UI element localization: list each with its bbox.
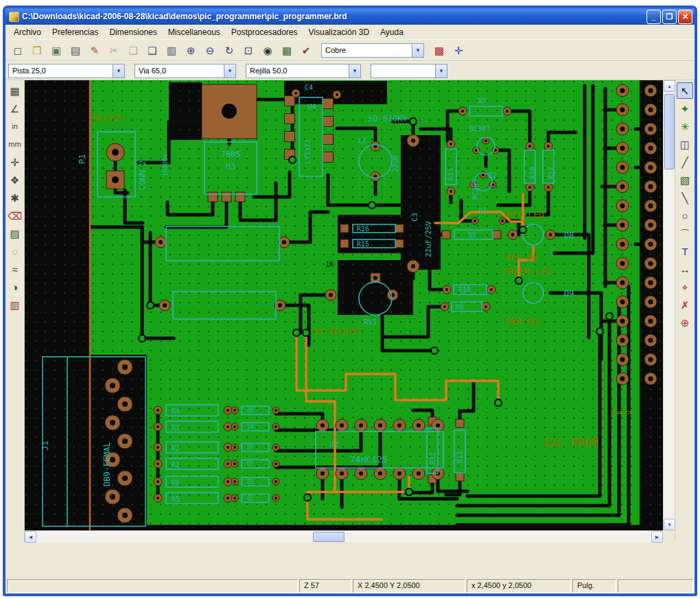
plot-settings-icon: ✎ xyxy=(91,45,100,56)
open-board-button[interactable]: ❒ xyxy=(28,41,46,59)
zoom-redraw-button[interactable]: ↻ xyxy=(220,41,238,59)
auto-delete-track-button[interactable]: ⌫ xyxy=(7,207,23,224)
layers-manager-button[interactable]: ▥ xyxy=(7,296,23,313)
chevron-down-icon[interactable]: ▼ xyxy=(113,64,124,78)
board-label: R16 xyxy=(357,225,369,233)
board-label: D9 xyxy=(564,289,574,298)
chevron-down-icon[interactable]: ▼ xyxy=(349,64,360,78)
netlist-icon: ▦ xyxy=(282,45,292,56)
horizontal-scroll-thumb[interactable] xyxy=(313,532,345,542)
scroll-right-button[interactable]: ▶ xyxy=(651,531,663,543)
zoom-out-button[interactable]: ⊖ xyxy=(201,41,219,59)
zoom-fit-button[interactable]: ⊡ xyxy=(240,41,257,59)
board-label: R7 xyxy=(478,97,487,106)
scroll-up-button[interactable]: ▲ xyxy=(664,80,675,92)
select-tool-button[interactable]: ↖ xyxy=(677,82,693,99)
maximize-button[interactable]: ❐ xyxy=(662,10,677,24)
polar-coordinates-button[interactable]: ∠ xyxy=(7,100,23,117)
board-label: R11 xyxy=(456,451,464,463)
cut-button[interactable]: ✂ xyxy=(105,41,123,59)
minimize-button[interactable]: _ xyxy=(646,10,661,24)
local-ratsnest-button[interactable]: ✳ xyxy=(677,118,693,134)
save-board-button[interactable]: ▣ xyxy=(47,41,65,59)
add-module-icon: ◫ xyxy=(680,139,690,150)
board-label: R13 xyxy=(447,168,454,180)
board-label: D2 xyxy=(247,495,254,502)
chevron-down-icon[interactable]: ▼ xyxy=(435,64,447,78)
units-inches-button[interactable]: in xyxy=(7,118,23,134)
pcb-canvas[interactable]: +8/12VP1CONN_21N40047805U3C4U4LT1373SD-0… xyxy=(25,80,663,530)
print-button[interactable]: ❑ xyxy=(143,41,161,59)
board-label: R10 xyxy=(458,286,471,294)
drc-check-button[interactable]: ✔ xyxy=(297,41,315,59)
horizontal-scrollbar[interactable]: ◀ ▶ xyxy=(25,530,663,542)
module-ratsnest-button[interactable]: ✱ xyxy=(7,189,23,206)
left-toolbar: ▦∠inmm✛❖✱⌫▨◌≈◑▥ xyxy=(5,80,25,542)
copy-button[interactable]: ❏ xyxy=(124,41,142,59)
chevron-down-icon[interactable]: ▼ xyxy=(412,44,423,57)
vertical-scroll-thumb[interactable] xyxy=(664,94,675,169)
add-target-button[interactable]: ⌖ xyxy=(677,279,693,295)
toggle-grid-button[interactable]: ▦ xyxy=(7,82,23,99)
menu-dimensiones[interactable]: Dimensiones xyxy=(104,26,162,38)
add-line-button[interactable]: ╲ xyxy=(677,189,693,206)
add-track-button[interactable]: ╱ xyxy=(677,154,693,170)
scroll-left-button[interactable]: ◀ xyxy=(25,531,36,543)
chevron-down-icon[interactable]: ▼ xyxy=(224,64,235,78)
scroll-left-icon: ◀ xyxy=(29,535,32,540)
add-module-button[interactable]: ◫ xyxy=(677,136,693,152)
add-zone-button[interactable]: ▧ xyxy=(677,172,693,188)
sketch-pads-button[interactable]: ◌ xyxy=(7,243,23,259)
module-ratsnest-icon: ✱ xyxy=(10,193,19,203)
add-arc-button[interactable]: ⌒ xyxy=(677,225,693,242)
plot-settings-button[interactable]: ✎ xyxy=(86,41,104,59)
board-label: 22uH xyxy=(392,156,399,172)
cursor-shape-button[interactable]: ✛ xyxy=(7,154,23,170)
add-dimension-icon: ↔ xyxy=(680,264,690,274)
menu-archivo[interactable]: Archivo xyxy=(8,26,47,38)
close-button[interactable]: ✕ xyxy=(678,10,692,24)
menu-preferencias[interactable]: Preferencias xyxy=(47,26,104,38)
via-size-select[interactable]: Via 65,0 ▼ xyxy=(135,64,236,78)
menu-ayuda[interactable]: Ayuda xyxy=(375,26,409,38)
add-dimension-button[interactable]: ↔ xyxy=(677,261,693,277)
add-circle-button[interactable]: ○ xyxy=(677,207,693,224)
layer-select[interactable]: Cobre ▼ xyxy=(321,43,424,58)
board-label: U3 xyxy=(226,162,235,172)
menu-visualizacion-3d[interactable]: Visualización 3D xyxy=(303,26,375,38)
grid-size-select[interactable]: Rejilla 50,0 ▼ xyxy=(246,64,361,78)
page-settings-button[interactable]: ▤ xyxy=(67,41,84,59)
board-label: R9 xyxy=(468,231,476,239)
high-contrast-button[interactable]: ◑ xyxy=(7,279,23,295)
vertical-scrollbar[interactable]: ▲ ▼ xyxy=(663,80,675,530)
maximize-icon: ❐ xyxy=(666,13,673,21)
find-button[interactable]: ◉ xyxy=(259,41,277,59)
open-board-icon: ❒ xyxy=(32,45,41,56)
board-label: R8 xyxy=(456,303,464,311)
auto-delete-track-icon: ⌫ xyxy=(8,211,22,221)
highlight-net-button[interactable]: ✦ xyxy=(677,100,693,117)
add-text-button[interactable]: T xyxy=(677,243,693,259)
zoom-select[interactable]: ▼ xyxy=(371,64,447,78)
board-label: R10 xyxy=(529,167,537,179)
units-mm-button[interactable]: mm xyxy=(7,136,23,152)
show-ratsnest-button[interactable]: ❖ xyxy=(7,172,23,188)
board-label: R15 xyxy=(357,240,369,248)
netlist-button[interactable]: ▦ xyxy=(278,41,296,59)
module-mode-button[interactable]: ▩ xyxy=(430,41,448,59)
board-label: D7 xyxy=(247,445,254,451)
plot-button[interactable]: ▥ xyxy=(163,41,180,59)
title-bar[interactable]: C:\Downloads\kicad-2006-08-28\kicad\demo… xyxy=(5,8,695,25)
grid-origin-button[interactable]: ⊕ xyxy=(677,314,693,331)
menu-miscellaneous[interactable]: Miscellaneous xyxy=(163,26,226,38)
track-mode-button[interactable]: ✛ xyxy=(450,41,467,59)
menu-postprocesadores[interactable]: Postprocesadores xyxy=(226,26,303,38)
menu-bar: ArchivoPreferenciasDimensionesMiscellane… xyxy=(5,25,695,39)
scroll-down-button[interactable]: ▼ xyxy=(664,519,675,530)
show-zones-button[interactable]: ▨ xyxy=(7,225,23,242)
new-board-button[interactable]: ◻ xyxy=(9,41,27,59)
zoom-in-button[interactable]: ⊕ xyxy=(182,41,200,59)
track-width-select[interactable]: Pista 25,0 ▼ xyxy=(8,64,125,78)
sketch-tracks-button[interactable]: ≈ xyxy=(7,261,23,277)
delete-item-button[interactable]: ✗ xyxy=(677,296,693,313)
